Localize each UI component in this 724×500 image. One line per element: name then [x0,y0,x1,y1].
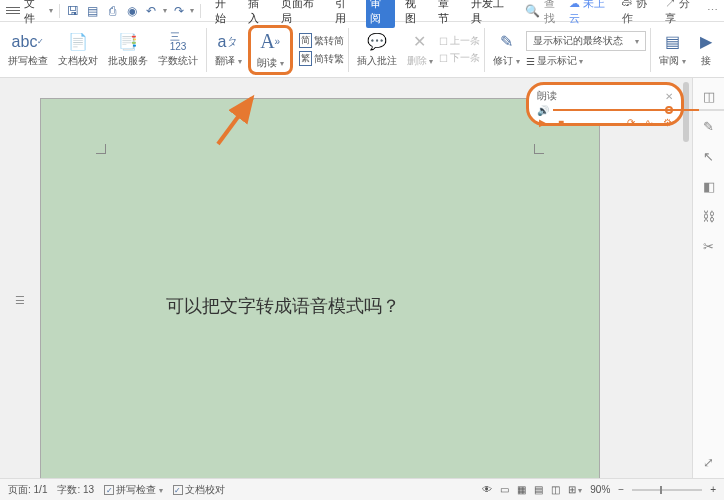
tts-close-icon[interactable]: ✕ [665,91,673,102]
tts-panel: 朗读✕ 🔊 ▶ ■ ⟳ ∿ ⚙ [526,82,684,126]
side-select-icon[interactable]: ◫ [701,88,717,104]
next-comment[interactable]: ☐下一条 [439,51,480,65]
status-spellcheck[interactable]: ✓拼写检查 ▾ [104,483,163,497]
file-menu[interactable]: 文件 [24,0,45,26]
revision-button[interactable]: ✎ 修订 ▾ [489,24,524,75]
tts-play-icon[interactable]: ▶ [537,116,549,128]
print-icon[interactable]: ⎙ [105,3,120,19]
view-web-icon[interactable]: ▤ [534,484,543,495]
volume-icon: 🔊 [537,105,549,116]
insert-comment-button[interactable]: 💬 插入批注 [353,24,401,75]
wordcount-button[interactable]: 三123 字数统计 [154,24,202,75]
delete-label: 删除 ▾ [407,54,434,68]
delete-comment-button[interactable]: ✕ 删除 ▾ [403,24,438,75]
cht2chs-trad[interactable]: 繁简转繁 [299,51,344,66]
tab-insert[interactable]: 插入 [246,0,271,28]
spellcheck-icon: abc✓ [18,32,38,52]
more-icon[interactable]: ⋯ [707,4,718,17]
document-page[interactable]: ☰ 可以把文字转成语音模式吗？ [40,98,600,478]
cloud-sync[interactable]: ☁ 未上云 [569,0,614,26]
proofread-button[interactable]: 📄 文档校对 [54,24,102,75]
track-status-dropdown[interactable]: 显示标记的最终状态▾ [526,31,646,51]
svg-line-0 [218,98,252,144]
tts-settings-icon[interactable]: ⚙ [661,116,673,128]
read-aloud-button[interactable]: A» 朗读 ▾ [253,30,288,70]
separator [484,28,485,72]
menu-hamburger-icon[interactable] [6,7,20,14]
side-pen-icon[interactable]: ✎ [701,118,717,134]
zoom-slider[interactable] [632,489,702,491]
show-markup-button[interactable]: ☰显示标记▾ [526,54,646,68]
undo-icon[interactable]: ↶ [143,3,158,19]
tab-layout[interactable]: 页面布局 [279,0,325,28]
translate-label: 翻译 ▾ [215,54,242,68]
proofread-label: 文档校对 [58,54,98,68]
show-markup-label: 显示标记 [537,54,577,68]
margin-corner-tl [96,144,106,154]
spellcheck-button[interactable]: abc✓ 拼写检查 [4,24,52,75]
document-text[interactable]: 可以把文字转成语音模式吗？ [166,294,400,318]
zoom-value[interactable]: 90% [590,484,610,495]
checkbox-icon: ✓ [173,485,183,495]
accept-button[interactable]: ▶ 接 [692,24,716,75]
share-button[interactable]: ↗ 分享 [665,0,699,26]
separator [650,28,651,72]
word-count[interactable]: 字数: 13 [57,483,94,497]
insert-comment-label: 插入批注 [357,54,397,68]
side-clip-icon[interactable]: ✂ [701,238,717,254]
tts-stop-icon[interactable]: ■ [555,116,567,128]
approval-button[interactable]: 📑 批改服务 [104,24,152,75]
side-expand-icon[interactable]: ⤢ [701,454,717,470]
view-layout-icon[interactable]: ▦ [517,484,526,495]
separator [206,28,207,72]
read-aloud-icon: A» [258,30,282,54]
proofread-icon: 📄 [68,32,88,52]
redo-caret-icon[interactable]: ▾ [190,6,194,15]
accept-label: 接 [701,54,711,68]
tts-pitch-icon[interactable]: ∿ [643,116,655,128]
status-bar: 页面: 1/1 字数: 13 ✓拼写检查 ▾ ✓文档校对 👁 ▭ ▦ ▤ ◫ ⊞… [0,478,724,500]
cht2chs-trad-label: 简转繁 [314,52,344,66]
zoom-in-icon[interactable]: + [710,484,716,495]
view-eye-icon[interactable]: 👁 [482,484,492,495]
prev-comment[interactable]: ☐上一条 [439,34,480,48]
file-caret-icon: ▾ [49,6,53,15]
spellcheck-label: 拼写检查 [8,54,48,68]
review-pane-button[interactable]: ▤ 审阅 ▾ [655,24,690,75]
preview-icon[interactable]: ◉ [124,3,139,19]
zoom-out-icon[interactable]: − [618,484,624,495]
vertical-scrollbar[interactable] [680,78,692,478]
side-chain-icon[interactable]: ⛓ [701,208,717,224]
side-palette-icon[interactable]: ◧ [701,178,717,194]
redo-icon[interactable]: ↷ [171,3,186,19]
side-cursor-icon[interactable]: ↖ [701,148,717,164]
read-aloud-highlight: A» 朗读 ▾ [248,25,293,75]
markup-icon: ☰ [526,56,535,67]
approval-icon: 📑 [118,32,138,52]
collab-button[interactable]: ఊ 协作 [622,0,656,26]
translate-icon: aㄆ [218,32,238,52]
tts-speed-icon[interactable]: ⟳ [625,116,637,128]
view-page-icon[interactable]: ▭ [500,484,509,495]
tab-chapter[interactable]: 章节 [436,0,461,28]
page-indicator[interactable]: 页面: 1/1 [8,483,47,497]
approval-label: 批改服务 [108,54,148,68]
print-preview-icon[interactable]: ▤ [85,3,100,19]
tts-volume-slider[interactable]: 🔊 [537,105,673,115]
scrollbar-thumb[interactable] [683,82,689,142]
search-icon[interactable]: 🔍 [524,3,539,19]
search-label[interactable]: 查找 [544,0,565,26]
save-icon[interactable]: 🖫 [66,3,81,19]
tts-title: 朗读 [537,89,557,103]
markup-caret-icon: ▾ [579,57,583,66]
undo-caret-icon[interactable]: ▾ [163,6,167,15]
wordcount-icon: 三123 [168,32,188,52]
translate-button[interactable]: aㄆ 翻译 ▾ [211,24,246,75]
next-icon: ☐ [439,53,448,64]
prev-label: 上一条 [450,34,480,48]
accept-icon: ▶ [696,32,716,52]
zoom-fit-icon[interactable]: ⊞ ▾ [568,484,583,495]
chs2cht-simple[interactable]: 简繁转简 [299,33,344,48]
view-outline-icon[interactable]: ◫ [551,484,560,495]
status-proofread[interactable]: ✓文档校对 [173,483,225,497]
